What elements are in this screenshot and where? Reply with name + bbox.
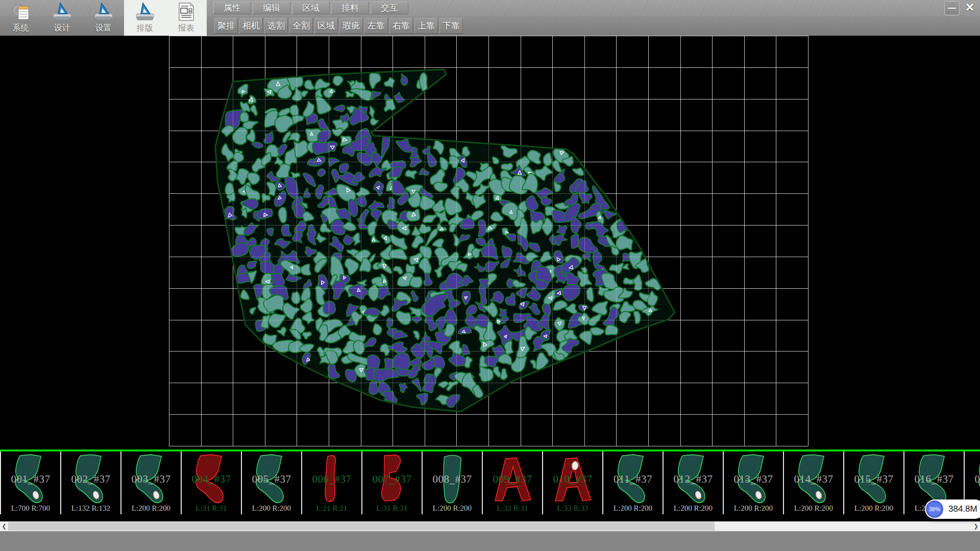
piece-lr-label: L:31 R:31	[182, 504, 241, 513]
tool-button-cut-all[interactable]: 全割	[289, 18, 313, 34]
piece-thumbnail-012_#37[interactable]: 012_#37L:200 R:200	[664, 452, 724, 514]
nesting-canvas[interactable]	[0, 36, 980, 449]
tool-button-camera[interactable]: 相机	[239, 18, 263, 34]
piece-lr-label: L:200 R:200	[844, 504, 903, 513]
piece-lr-label: L:200 R:200	[664, 504, 723, 513]
piece-thumbnail-005_#37[interactable]: 005_#37L:200 R:200	[242, 452, 302, 514]
scrollbar-thumb[interactable]	[8, 522, 715, 531]
window-controls: — ✕	[944, 1, 977, 15]
piece-name-label: 007_#37	[362, 473, 422, 486]
nav-button-settings[interactable]: 设置	[83, 0, 124, 36]
tab-properties[interactable]: 属性	[213, 2, 251, 14]
piece-thumbnail-009_#37[interactable]: 009_#37L:32 R:31	[483, 452, 543, 514]
piece-name-label: 011_#37	[603, 473, 663, 486]
piece-lr-label: L:200 R:200	[242, 504, 301, 513]
main-nav-buttons: 系统 设计 设置 排版 报表	[0, 0, 207, 36]
piece-lr-label: L:21 R:21	[302, 504, 361, 513]
tool-button-snap-right[interactable]: 右靠	[389, 18, 413, 34]
tool-button-cluster-nest[interactable]: 聚排	[214, 18, 238, 34]
tool-button-snap-left[interactable]: 左靠	[364, 18, 388, 34]
nav-button-label: 设计	[54, 23, 70, 34]
piece-thumbnail-003_#37[interactable]: 003_#37L:200 R:200	[121, 452, 182, 514]
piece-thumbnail-008_#37[interactable]: 008_#37L:200 R:200	[423, 452, 483, 514]
piece-lr-label: L:200 R:200	[724, 504, 783, 513]
piece-lr-label: L:31 R:31	[362, 504, 422, 513]
piece-thumbnail-strip: 001_#37L:700 R:700 002_#37L:132 R:132 00…	[0, 452, 980, 514]
scroll-left-arrow[interactable]: ❮	[0, 521, 8, 531]
piece-lr-label: L:700 R:700	[1, 504, 60, 513]
piece-name-label: 005_#37	[242, 473, 301, 486]
ruler-icon	[93, 2, 114, 22]
piece-thumbnail-015_#37[interactable]: 015_#37L:200 R:200	[844, 452, 904, 514]
tool-button-defect[interactable]: 瑕疵	[339, 18, 363, 34]
close-button[interactable]: ✕	[963, 1, 977, 14]
ruler-icon	[52, 2, 72, 22]
piece-lr-label: L:200 R:200	[784, 504, 843, 513]
piece-thumbnail-004_#37[interactable]: 004_#37L:31 R:31	[182, 452, 242, 514]
piece-thumbnail-013_#37[interactable]: 013_#37L:200 R:200	[724, 452, 784, 514]
horizontal-scrollbar[interactable]: ❮ ❯	[0, 521, 980, 531]
ruler-icon	[135, 2, 155, 22]
piece-lr-label: L:200 R:200	[121, 504, 181, 513]
piece-name-label: 008_#37	[423, 473, 482, 486]
piece-lr-label: L:200 R:200	[423, 504, 482, 513]
tab-nesting[interactable]: 排料	[331, 2, 369, 14]
nav-button-layout[interactable]: 排版	[124, 0, 165, 36]
tab-interact[interactable]: 交互	[371, 2, 408, 14]
piece-thumbnail-001_#37[interactable]: 001_#37L:700 R:700	[1, 452, 61, 514]
nav-button-system[interactable]: 系统	[0, 0, 41, 36]
piece-name-label: 009_#37	[483, 473, 542, 486]
tool-button-region[interactable]: 区域	[314, 18, 338, 34]
piece-name-label: 004_#37	[182, 473, 241, 486]
piece-thumbnail-006_#37[interactable]: 006_#37L:21 R:21	[302, 452, 362, 514]
application-window: 系统 设计 设置 排版 报表 属性编辑区域排料交互 聚排相机选割全割区域瑕疵左靠…	[0, 0, 980, 551]
gear-icon	[11, 2, 31, 22]
piece-thumbnail-011_#37[interactable]: 011_#37L:200 R:200	[603, 452, 664, 514]
tool-button-row: 聚排相机选割全割区域瑕疵左靠右靠上靠下靠	[214, 18, 464, 34]
piece-thumbnail-007_#37[interactable]: 007_#37L:31 R:31	[362, 452, 423, 514]
piece-thumbnail-014_#37[interactable]: 014_#37L:200 R:200	[784, 452, 844, 514]
tab-region[interactable]: 区域	[292, 2, 330, 14]
piece-name-label: 006_#37	[302, 473, 361, 486]
tool-button-snap-up[interactable]: 上靠	[414, 18, 438, 34]
nav-button-label: 排版	[137, 23, 153, 34]
piece-name-label: 017_#37	[965, 473, 980, 486]
tab-edit[interactable]: 编辑	[253, 2, 290, 14]
nav-button-label: 设置	[95, 23, 112, 34]
report-icon	[176, 2, 197, 22]
piece-lr-label: L:132 R:132	[61, 504, 120, 513]
piece-name-label: 002_#37	[61, 473, 120, 486]
piece-thumbnail-010_#37[interactable]: 010_#37L:33 R:33	[543, 452, 603, 514]
minimize-button[interactable]: —	[944, 1, 960, 15]
tool-button-select-cut[interactable]: 选割	[264, 18, 288, 34]
piece-name-label: 013_#37	[724, 473, 783, 486]
tool-button-snap-down[interactable]: 下靠	[439, 18, 463, 34]
nav-button-label: 报表	[178, 23, 194, 34]
nav-button-design[interactable]: 设计	[41, 0, 83, 36]
status-bar	[0, 531, 980, 551]
titlebar: 系统 设计 设置 排版 报表 属性编辑区域排料交互 聚排相机选割全割区域瑕疵左靠…	[0, 0, 980, 36]
nav-button-label: 系统	[13, 23, 29, 34]
strip-bottom-gap	[0, 514, 980, 521]
piece-name-label: 012_#37	[664, 473, 723, 486]
piece-name-label: 010_#37	[543, 473, 602, 486]
scroll-right-arrow[interactable]: ❯	[972, 521, 980, 531]
memory-badge: 38% 384.8M	[925, 499, 980, 519]
memory-value: 384.8M	[948, 504, 977, 514]
piece-name-label: 016_#37	[904, 473, 964, 486]
piece-name-label: 014_#37	[784, 473, 843, 486]
percent-indicator: 38%	[926, 500, 943, 518]
menu-tab-row: 属性编辑区域排料交互	[213, 2, 410, 15]
piece-name-label: 003_#37	[121, 473, 181, 486]
piece-lr-label: L:32 R:31	[483, 504, 542, 513]
piece-name-label: 001_#37	[1, 473, 60, 486]
piece-lr-label: L:200 R:200	[603, 504, 663, 513]
piece-lr-label: L:33 R:33	[543, 504, 602, 513]
piece-name-label: 015_#37	[844, 473, 903, 486]
nav-button-report[interactable]: 报表	[165, 0, 207, 36]
piece-thumbnail-002_#37[interactable]: 002_#37L:132 R:132	[61, 452, 121, 514]
